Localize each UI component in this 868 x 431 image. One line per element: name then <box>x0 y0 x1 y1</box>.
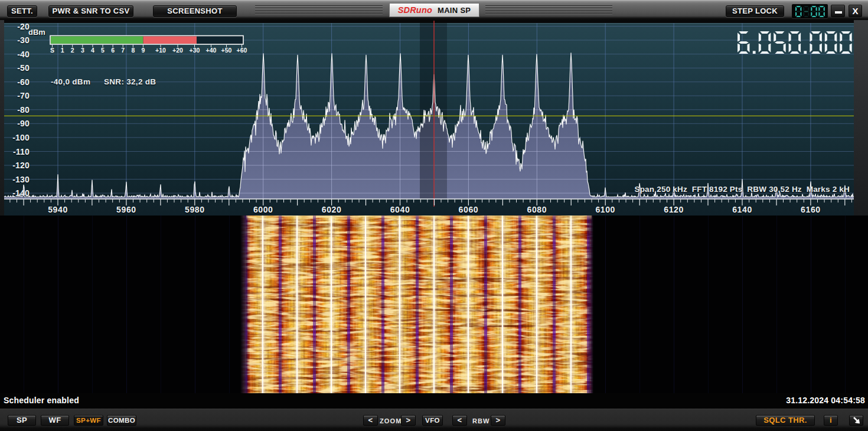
svg-text:+60: +60 <box>237 47 247 54</box>
svg-text:7: 7 <box>121 47 125 54</box>
svg-text:+50: +50 <box>221 47 232 54</box>
svg-text:6: 6 <box>111 47 115 54</box>
svg-text:+30: +30 <box>190 47 200 54</box>
svg-text:S: S <box>50 47 54 54</box>
svg-text:8: 8 <box>131 47 135 54</box>
svg-text:5: 5 <box>101 47 105 54</box>
svg-text:4: 4 <box>91 47 94 54</box>
svg-text:2: 2 <box>71 47 74 54</box>
svg-text:9: 9 <box>141 47 145 54</box>
svg-text:3: 3 <box>81 47 84 54</box>
svg-text:+20: +20 <box>172 47 183 54</box>
svg-text:1: 1 <box>61 47 64 54</box>
svg-text:+40: +40 <box>206 47 217 54</box>
svg-text:+10: +10 <box>155 47 166 54</box>
